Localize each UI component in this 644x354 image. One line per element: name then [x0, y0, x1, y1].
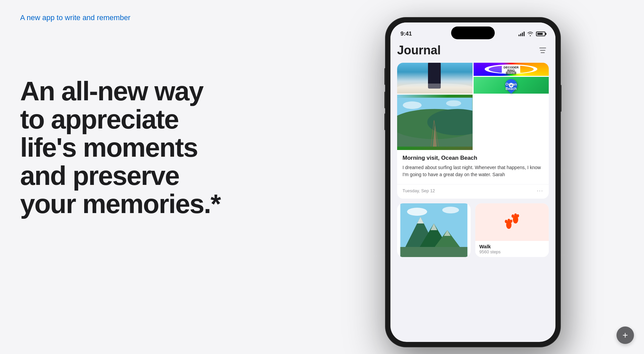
journal-card[interactable]: DECODER RING SLATE [397, 63, 549, 199]
left-section: A new app to write and remember An all-n… [0, 0, 302, 354]
headline-line3: life's moments [20, 133, 198, 162]
right-section: 9:41 [302, 0, 644, 354]
decoder-ring-photo: DECODER RING SLATE [474, 63, 549, 76]
menu-line-1 [539, 48, 546, 48]
card-text: Morning visit, Ocean Beach I dreamed abo… [397, 150, 549, 183]
activity-card[interactable]: Walk 9560 steps [475, 203, 549, 257]
svg-point-19 [505, 220, 507, 223]
card-photos: DECODER RING SLATE [397, 63, 549, 150]
volume-down-button [384, 113, 386, 130]
dynamic-island [451, 27, 495, 39]
app-header: Journal [397, 40, 549, 63]
road-svg [397, 95, 473, 150]
signal-icon [519, 32, 525, 36]
battery-icon [536, 32, 545, 36]
headline-line1: An all-new way [20, 76, 203, 106]
svg-rect-17 [400, 247, 468, 257]
svg-point-20 [507, 219, 510, 222]
svg-point-23 [512, 214, 514, 218]
card-footer: Tuesday, Sep 12 ··· [397, 184, 549, 199]
activity-steps: 9560 steps [479, 249, 545, 254]
footprint-icon [502, 212, 522, 232]
svg-point-16 [442, 207, 459, 213]
ocean-beach-label: OceanBeach [505, 82, 517, 91]
status-time: 9:41 [400, 31, 412, 37]
tagline: A new app to write and remember [20, 13, 282, 22]
svg-point-24 [514, 213, 517, 217]
activity-name: Walk [479, 244, 545, 249]
countryside-photo [397, 95, 473, 150]
volume-up-button [384, 92, 386, 108]
card-title: Morning visit, Ocean Beach [402, 155, 543, 161]
second-row: Walk 9560 steps [397, 203, 549, 257]
wifi-icon [527, 32, 533, 36]
card-body: I dreamed about surfing last night. When… [402, 164, 543, 178]
iphone-frame: 9:41 [386, 18, 560, 347]
menu-line-2 [540, 50, 545, 51]
svg-point-15 [407, 208, 427, 216]
iphone-screen: 9:41 [390, 22, 555, 342]
status-bar: 9:41 [390, 22, 555, 40]
beach-photo [397, 63, 473, 94]
landscape-svg [397, 203, 471, 257]
menu-button[interactable] [537, 44, 549, 56]
card-date: Tuesday, Sep 12 [402, 188, 435, 193]
fab-button[interactable]: + [616, 326, 634, 344]
activity-icon-area [475, 203, 549, 241]
svg-point-21 [510, 219, 512, 222]
app-title: Journal [397, 43, 441, 57]
headline-line4: and preserve [20, 161, 179, 191]
svg-point-7 [446, 100, 461, 106]
headline: An all-new way to appreciate life's mome… [20, 77, 282, 218]
app-content: Journal [390, 40, 555, 342]
mute-button [384, 68, 386, 80]
slate-badge: SLATE [506, 71, 517, 74]
ellipsis-icon[interactable]: ··· [537, 188, 543, 194]
svg-point-6 [403, 102, 422, 109]
landscape-card[interactable] [397, 203, 471, 257]
location-photo: OceanBeach [474, 77, 549, 94]
headline-line5: your memories.* [20, 189, 220, 219]
activity-info: Walk 9560 steps [475, 241, 549, 257]
menu-line-3 [541, 52, 545, 53]
svg-point-25 [517, 214, 519, 217]
plus-icon: + [623, 331, 628, 340]
status-icons [519, 32, 545, 36]
headline-line2: to appreciate [20, 104, 178, 134]
